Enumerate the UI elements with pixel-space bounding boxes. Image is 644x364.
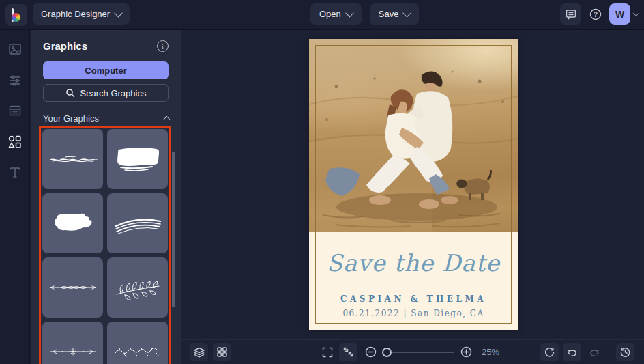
reset-icon: [544, 346, 555, 358]
chat-icon: [565, 8, 577, 20]
info-icon[interactable]: i: [157, 40, 169, 52]
card-title[interactable]: Save the Date: [309, 249, 518, 277]
reset-button[interactable]: [540, 343, 559, 361]
graphic-thumb-floral-vine-divider[interactable]: [107, 322, 168, 364]
sidebar-item-photos[interactable]: [3, 39, 27, 59]
open-label: Open: [319, 9, 341, 19]
card-details[interactable]: 06.21.2022 | San Diego, CA: [309, 309, 518, 318]
graphic-thumb-sketch-line-divider[interactable]: [42, 129, 103, 189]
design-card[interactable]: Save the Date CASPIAN & THELMA 06.21.202…: [309, 39, 518, 330]
redo-button[interactable]: [585, 343, 603, 361]
layers-button[interactable]: [190, 343, 208, 361]
canvas-toolbar: 25%: [181, 339, 644, 364]
undo-icon: [566, 346, 579, 359]
fit-to-screen-button[interactable]: [339, 343, 357, 361]
chevron-down-icon: [114, 9, 123, 18]
sidebar-item-edit[interactable]: [3, 70, 27, 90]
layout-icon: [8, 104, 22, 117]
your-graphics-highlight: [39, 126, 171, 364]
chevron-down-icon: [403, 9, 412, 18]
svg-text:?: ?: [593, 10, 597, 18]
zoom-slider-knob[interactable]: [382, 348, 392, 357]
panel-title: Graphics: [43, 40, 87, 52]
computer-label: Computer: [85, 66, 126, 76]
search-icon: [65, 88, 75, 98]
graphic-designer-app: Graphic Designer Open Save: [0, 0, 644, 364]
chevron-up-icon: [163, 115, 171, 123]
open-button[interactable]: Open: [310, 3, 362, 25]
graphic-thumb-arrow-line-divider[interactable]: [42, 322, 103, 364]
search-graphics-button[interactable]: Search Graphics: [43, 84, 169, 102]
your-graphics-header[interactable]: Your Graphics: [43, 113, 169, 124]
zoom-out-button[interactable]: [362, 343, 380, 361]
zoom-in-button[interactable]: [457, 343, 475, 361]
fullscreen-icon: [321, 346, 334, 359]
graphic-thumb-paint-blob[interactable]: [42, 193, 103, 253]
befunky-logo[interactable]: [5, 4, 27, 26]
top-bar: Graphic Designer Open Save: [0, 0, 644, 30]
zoom-level[interactable]: 25%: [482, 347, 499, 357]
graphic-thumb-brush-stroke[interactable]: [107, 129, 168, 189]
tool-rail: [0, 30, 30, 364]
account-chevron-down-icon[interactable]: [633, 10, 640, 16]
mode-label: Graphic Designer: [41, 9, 110, 19]
account-avatar[interactable]: W: [609, 3, 630, 25]
history-button[interactable]: [616, 343, 634, 361]
computer-upload-button[interactable]: Computer: [43, 61, 169, 79]
section-title: Your Graphics: [43, 113, 99, 124]
mode-selector[interactable]: Graphic Designer: [33, 3, 130, 25]
panel-header: Graphics i: [31, 30, 181, 52]
logo-icon: [12, 8, 21, 22]
history-icon: [619, 346, 631, 358]
image-icon: [8, 42, 22, 56]
fullscreen-button[interactable]: [318, 343, 336, 361]
feedback-button[interactable]: [560, 3, 581, 25]
graphics-grid: [42, 129, 168, 364]
card-names[interactable]: CASPIAN & THELMA: [309, 294, 518, 304]
canvas-area[interactable]: Save the Date CASPIAN & THELMA 06.21.202…: [181, 30, 644, 339]
text-icon: [8, 165, 22, 179]
layers-icon: [193, 346, 205, 359]
help-icon: ?: [589, 8, 602, 21]
sliders-icon: [8, 73, 22, 87]
sidebar-item-templates[interactable]: [3, 100, 27, 121]
search-label: Search Graphics: [80, 88, 147, 98]
help-button[interactable]: ?: [585, 3, 606, 25]
topbar-right: ? W: [560, 3, 639, 25]
zoom-out-icon: [364, 346, 377, 359]
fit-to-screen-icon: [342, 346, 354, 358]
sidebar-item-text[interactable]: [3, 162, 27, 182]
shapes-icon: [8, 135, 22, 149]
panel-scrollbar[interactable]: [172, 152, 175, 307]
grid-icon: [216, 346, 228, 358]
grid-view-button[interactable]: [213, 343, 231, 361]
undo-button[interactable]: [563, 343, 581, 361]
redo-icon: [588, 346, 600, 359]
zoom-in-icon: [460, 346, 473, 359]
graphic-thumb-leaf-branch[interactable]: [107, 257, 168, 318]
graphic-thumb-curved-brush-lines[interactable]: [107, 193, 168, 253]
save-button[interactable]: Save: [370, 3, 420, 25]
file-actions: Open Save: [310, 3, 419, 25]
save-label: Save: [379, 9, 399, 19]
sidebar-item-graphics[interactable]: [3, 131, 27, 152]
couple-photo: [309, 39, 518, 232]
zoom-slider[interactable]: [383, 352, 454, 353]
graphics-panel: Graphics i Computer Search Graphics Your…: [31, 30, 181, 364]
avatar-initial: W: [615, 9, 624, 20]
chevron-down-icon: [345, 9, 354, 18]
graphic-thumb-ornamental-divider[interactable]: [42, 257, 103, 318]
card-text-block: Save the Date CASPIAN & THELMA 06.21.202…: [309, 232, 518, 330]
